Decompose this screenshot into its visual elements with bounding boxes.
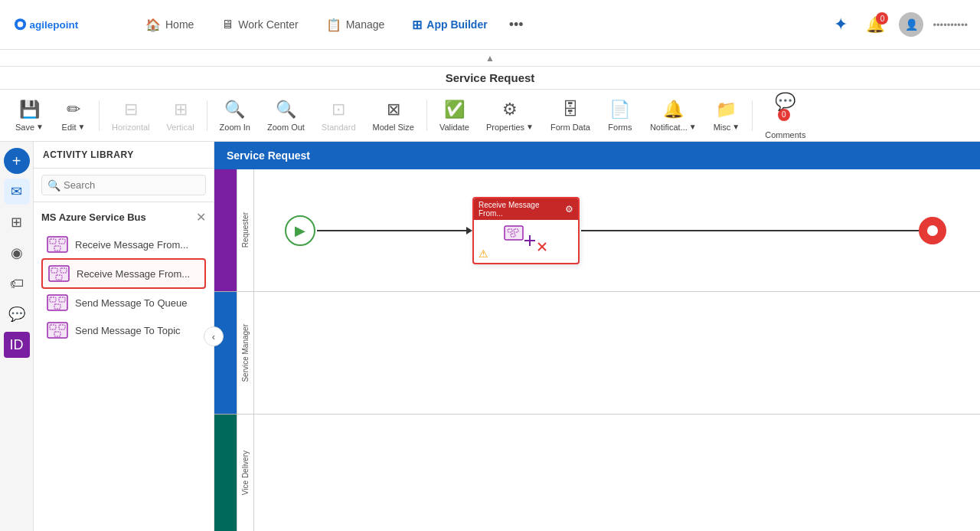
send1-icon (46, 293, 69, 312)
nav-right: ✦ 🔔 0 👤 •••••••••• (829, 10, 968, 39)
activity-node-title: Receive Message From... (479, 201, 565, 218)
misc-icon: 📁 (716, 100, 737, 120)
model-size-button[interactable]: ⊠ Model Size (365, 97, 422, 135)
forms-button[interactable]: 📄 Forms (599, 97, 641, 135)
lane-stripes (214, 169, 237, 531)
lane-label-service-manager: Service Manager (237, 292, 253, 415)
validate-button[interactable]: ✅ Validate (432, 97, 477, 135)
horizontal-icon: ⊟ (124, 100, 138, 120)
nav-workcenter[interactable]: 🖥 Work Center (211, 13, 309, 36)
sidebar-header: ACTIVITY LIBRARY (34, 142, 214, 169)
misc-label: Misc (714, 123, 731, 132)
search-wrap: 🔍 (41, 175, 206, 195)
section-close-button[interactable]: ✕ (196, 210, 206, 225)
toolbar-sep-4 (752, 100, 753, 131)
sidebar-circle-button[interactable]: ◉ (4, 240, 30, 266)
service-manager-label: Service Manager (241, 324, 250, 382)
activity-settings-icon[interactable]: ⚙ (565, 204, 573, 215)
canvas-body[interactable]: Requester Service Manager Vice Delivery (214, 169, 980, 531)
lane-stripe-delivery (214, 415, 237, 531)
toolbar: 💾 Save ▼ ✏ Edit ▼ ⊟ Horizontal ⊞ Vertica… (0, 90, 980, 142)
recv2-label: Receive Message From... (77, 268, 190, 280)
list-item-recv2[interactable]: Receive Message From... (41, 258, 206, 289)
list-item-recv1[interactable]: Receive Message From... (41, 231, 206, 258)
zoom-in-button[interactable]: 🔍 Zoom In (212, 97, 258, 135)
sidebar-add-button[interactable]: + (4, 148, 30, 174)
send2-label: Send Message To Topic (75, 325, 181, 336)
list-item-send1[interactable]: Send Message To Queue (41, 289, 206, 316)
notification-badge: 0 (876, 12, 888, 25)
nav-more-button[interactable]: ••• (505, 12, 528, 38)
activity-library-title: ACTIVITY LIBRARY (43, 149, 134, 160)
save-button[interactable]: 💾 Save ▼ (8, 97, 51, 135)
send2-icon (46, 321, 69, 339)
page-title-bar: Service Request (0, 67, 980, 90)
standard-button[interactable]: ⊡ Standard (314, 97, 364, 135)
activity-node-header: Receive Message From... ⚙ (474, 198, 578, 220)
canvas-area: Service Request Requester Service Manage… (214, 142, 980, 531)
sparkle-button[interactable]: ✦ (829, 10, 852, 39)
properties-icon: ⚙ (502, 100, 518, 120)
standard-label: Standard (322, 123, 356, 132)
collapse-bar[interactable]: ▲ (0, 50, 980, 67)
end-node[interactable] (919, 217, 946, 244)
lane-delivery[interactable] (254, 415, 980, 531)
nav-home[interactable]: 🏠 Home (135, 13, 204, 37)
edit-label: Edit (62, 123, 77, 132)
model-size-label: Model Size (373, 123, 414, 132)
vertical-button[interactable]: ⊞ Vertical (159, 97, 202, 135)
start-node[interactable]: ▶ (285, 215, 315, 246)
lane-service-manager[interactable] (254, 292, 980, 415)
vertical-label: Vertical (167, 123, 194, 132)
search-input[interactable] (41, 175, 206, 195)
notifications-label: Notificat... (650, 123, 688, 132)
notification-button[interactable]: 🔔 0 (861, 11, 890, 38)
sidebar-id-button[interactable]: ID (4, 332, 30, 358)
arrow-start-to-activity (317, 230, 466, 231)
activity-library-sidebar: + ✉ ⊞ ◉ 🏷 💬 ID ACTIVITY LIBRARY 🔍 MS Azu… (0, 142, 214, 531)
toolbar-sep-2 (207, 100, 207, 131)
svg-rect-19 (505, 226, 523, 240)
sidebar-collapse-button[interactable]: ‹ (204, 326, 224, 346)
horizontal-button[interactable]: ⊟ Horizontal (104, 97, 158, 135)
misc-button[interactable]: 📁 Misc ▼ (706, 97, 748, 135)
lane-label-requester: Requester (237, 169, 253, 292)
swimlanes-container: Requester Service Manager Vice Delivery (214, 169, 980, 531)
svg-point-1 (18, 21, 24, 28)
save-label: Save (15, 123, 34, 132)
activity-node[interactable]: Receive Message From... ⚙ (472, 197, 580, 264)
sidebar-chat-button[interactable]: 💬 (4, 301, 30, 327)
lane-label-delivery: Vice Delivery (237, 415, 253, 531)
nav-appbuilder[interactable]: ⊞ App Builder (401, 13, 498, 37)
notifications-dropdown-icon: ▼ (689, 123, 697, 131)
zoom-out-button[interactable]: 🔍 Zoom Out (260, 97, 312, 135)
appbuilder-icon: ⊞ (412, 18, 422, 32)
form-data-label: Form Data (550, 123, 590, 132)
zoom-in-icon: 🔍 (224, 100, 245, 120)
misc-dropdown-icon: ▼ (732, 123, 740, 131)
more-icon: ••• (509, 17, 524, 33)
search-icon: 🔍 (47, 179, 60, 192)
avatar: 👤 (899, 12, 923, 37)
forms-label: Forms (608, 123, 632, 132)
list-item-send2[interactable]: Send Message To Topic (41, 316, 206, 344)
start-arrow-icon: ▶ (295, 222, 305, 239)
lane-requester[interactable]: ▶ Receive Message From... ⚙ (254, 169, 980, 292)
nav-home-label: Home (165, 18, 194, 31)
notifications-button[interactable]: 🔔 Notificat... ▼ (642, 97, 704, 135)
nav-manage-label: Manage (346, 18, 385, 31)
model-size-icon: ⊠ (387, 100, 400, 120)
nav-manage[interactable]: 📋 Manage (315, 13, 396, 37)
section-title: MS Azure Service Bus ✕ (41, 207, 206, 231)
warning-icon: ⚠ (479, 247, 488, 260)
form-data-button[interactable]: 🗄 Form Data (543, 97, 598, 135)
activity-node-body: ⚠ (474, 220, 578, 263)
sidebar-dashboard-button[interactable]: ⊞ (4, 209, 30, 235)
comments-button[interactable]: 💬 0 Comments (757, 90, 813, 142)
collapse-icon: ▲ (485, 53, 495, 64)
properties-button[interactable]: ⚙ Properties ▼ (479, 97, 541, 135)
requester-label: Requester (241, 212, 250, 247)
edit-button[interactable]: ✏ Edit ▼ (53, 97, 94, 135)
sidebar-email-button[interactable]: ✉ (4, 179, 30, 205)
sidebar-tag-button[interactable]: 🏷 (4, 270, 30, 297)
